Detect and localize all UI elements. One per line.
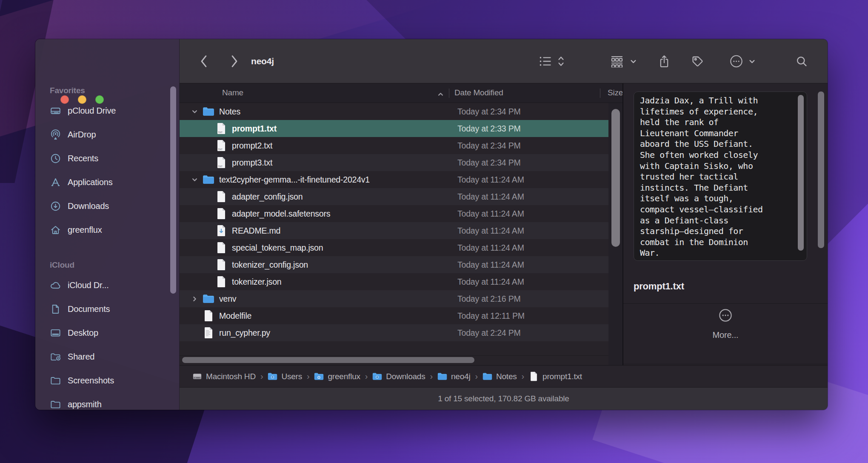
file-name: adapter_config.json: [232, 192, 303, 202]
column-header-date-modified[interactable]: Date Modified: [454, 88, 503, 97]
folder-icon: [203, 174, 214, 186]
cloud-icon: [50, 280, 61, 291]
file-row[interactable]: Notes Today at 2:34 PM: [180, 103, 608, 120]
sidebar-item-airdrop[interactable]: AirDrop: [46, 123, 168, 146]
breadcrumb-item[interactable]: greenflux: [314, 372, 360, 381]
folder-icon: [437, 372, 447, 381]
tag-button[interactable]: [691, 55, 704, 67]
file-row[interactable]: venv Today at 2:16 PM: [180, 290, 608, 307]
preview-pane-scrollbar-thumb[interactable]: [818, 91, 824, 248]
back-button[interactable]: [199, 54, 208, 68]
view-sort-chevrons[interactable]: [557, 55, 565, 67]
disclosure-expanded-icon[interactable]: [191, 177, 203, 183]
disclosure-collapsed-icon[interactable]: [191, 296, 203, 302]
disclosure-expanded-icon[interactable]: [191, 109, 203, 115]
file-row[interactable]: TXT prompt2.txt Today at 2:34 PM: [180, 137, 608, 154]
breadcrumb-label: prompt1.txt: [542, 372, 582, 381]
file-icon: [215, 191, 227, 203]
breadcrumb-item[interactable]: prompt1.txt: [529, 372, 582, 381]
sidebar-item-greenflux[interactable]: greenflux: [46, 218, 168, 242]
python-file-icon: [203, 327, 214, 339]
sidebar-item-applications[interactable]: Applications: [46, 170, 168, 194]
sidebar-item-downloads[interactable]: Downloads: [46, 194, 168, 218]
file-name: prompt1.txt: [232, 124, 277, 134]
breadcrumb-item[interactable]: Users: [268, 372, 302, 381]
file-name: adapter_model.safetensors: [232, 209, 330, 219]
breadcrumb-item[interactable]: Macintosh HD: [192, 372, 256, 381]
ellipsis-circle-icon: [718, 308, 733, 323]
breadcrumb-separator: ›: [475, 372, 478, 381]
more-actions-chevron[interactable]: [748, 57, 756, 65]
sidebar-item-appsmith[interactable]: appsmith: [46, 392, 168, 410]
file-row[interactable]: text2cypher-gemma...-it-finetuned-2024v1…: [180, 171, 608, 188]
sidebar-item-screenshots[interactable]: Screenshots: [46, 369, 168, 392]
sidebar-item-label: Recents: [68, 154, 98, 163]
sidebar-item-documents[interactable]: Documents: [46, 297, 168, 321]
column-divider[interactable]: [600, 89, 600, 98]
file-row[interactable]: Modelfile Today at 12:11 PM: [180, 307, 608, 324]
file-name: tokenizer.json: [232, 277, 281, 287]
column-divider[interactable]: [449, 89, 449, 98]
more-label[interactable]: More...: [623, 330, 828, 340]
view-list-button[interactable]: [539, 56, 552, 67]
sidebar-item-recents[interactable]: Recents: [46, 146, 168, 170]
file-row[interactable]: README.md Today at 11:24 AM: [180, 222, 608, 239]
sidebar-item-label: Documents: [68, 304, 110, 314]
breadcrumb-item[interactable]: Notes: [483, 372, 517, 381]
file-name: special_tokens_map.json: [232, 243, 323, 253]
sidebar-scrollbar[interactable]: [170, 86, 176, 294]
folder-outline-icon: [50, 375, 61, 386]
folder-icon: [203, 106, 214, 117]
preview-text-line: combat in the Dominion: [640, 237, 790, 248]
column-header-name[interactable]: Name: [222, 88, 243, 97]
file-date-modified: Today at 11:24 AM: [457, 243, 524, 253]
document-icon: [50, 303, 61, 315]
sidebar-item-shared[interactable]: Shared: [46, 345, 168, 369]
status-bar: 1 of 15 selected, 170.82 GB available: [180, 387, 828, 410]
sidebar-item-desktop[interactable]: Desktop: [46, 321, 168, 345]
group-view-button[interactable]: [610, 55, 624, 67]
preview-text-box: Jadzia Dax, a Trill withlifetimes of exp…: [634, 91, 807, 261]
file-row[interactable]: run_cypher.py Today at 2:24 PM: [180, 324, 608, 341]
file-name: run_cypher.py: [219, 328, 270, 338]
search-button[interactable]: [795, 55, 808, 68]
sidebar-item-label: pCloud Drive: [68, 106, 116, 116]
file-row[interactable]: TXT prompt1.txt Today at 2:33 PM: [180, 120, 608, 137]
breadcrumb-label: neo4j: [451, 372, 471, 381]
more-actions-button[interactable]: [729, 54, 743, 68]
close-button[interactable]: [60, 95, 69, 104]
horizontal-scrollbar: [180, 355, 622, 364]
file-row[interactable]: adapter_config.json Today at 11:24 AM: [180, 188, 608, 205]
svg-text:TXT: TXT: [218, 131, 223, 134]
file-row[interactable]: adapter_model.safetensors Today at 11:24…: [180, 205, 608, 222]
breadcrumb-item[interactable]: neo4j: [437, 372, 471, 381]
group-view-chevron[interactable]: [630, 57, 637, 65]
appstore-icon: [50, 177, 61, 188]
sidebar-item-icloud-dr[interactable]: iCloud Dr...: [46, 273, 168, 297]
minimize-button[interactable]: [78, 95, 86, 104]
sidebar-item-label: Downloads: [68, 201, 109, 211]
folder-home-icon: [314, 372, 324, 381]
preview-box-scrollbar-thumb[interactable]: [798, 95, 804, 251]
sidebar-item-label: Shared: [68, 352, 94, 362]
zoom-button[interactable]: [95, 95, 104, 104]
file-list: Name Date Modified Size Notes Today at 2…: [180, 83, 622, 365]
svg-text:TXT: TXT: [218, 165, 223, 168]
more-section[interactable]: More...: [623, 308, 828, 340]
column-header-size[interactable]: Size: [608, 88, 622, 97]
file-date-modified: Today at 2:34 PM: [457, 107, 521, 117]
vertical-scrollbar-thumb[interactable]: [611, 109, 620, 247]
file-row[interactable]: tokenizer_config.json Today at 11:24 AM: [180, 256, 608, 273]
file-row[interactable]: TXT prompt3.txt Today at 2:34 PM: [180, 154, 608, 171]
forward-button[interactable]: [230, 54, 239, 68]
file-rows: Notes Today at 2:34 PM TXT prompt1.txt T…: [180, 103, 608, 341]
file-row[interactable]: special_tokens_map.json Today at 11:24 A…: [180, 239, 608, 256]
breadcrumb-item[interactable]: Downloads: [372, 372, 425, 381]
breadcrumb-label: greenflux: [328, 372, 360, 381]
horizontal-scrollbar-thumb[interactable]: [182, 357, 474, 363]
harddrive-icon: [192, 372, 202, 381]
sidebar-list: Favorites pCloud Drive AirDrop Recents A…: [35, 39, 179, 410]
breadcrumb-separator: ›: [365, 372, 368, 381]
file-row[interactable]: tokenizer.json Today at 11:24 AM: [180, 273, 608, 290]
share-button[interactable]: [658, 54, 670, 68]
